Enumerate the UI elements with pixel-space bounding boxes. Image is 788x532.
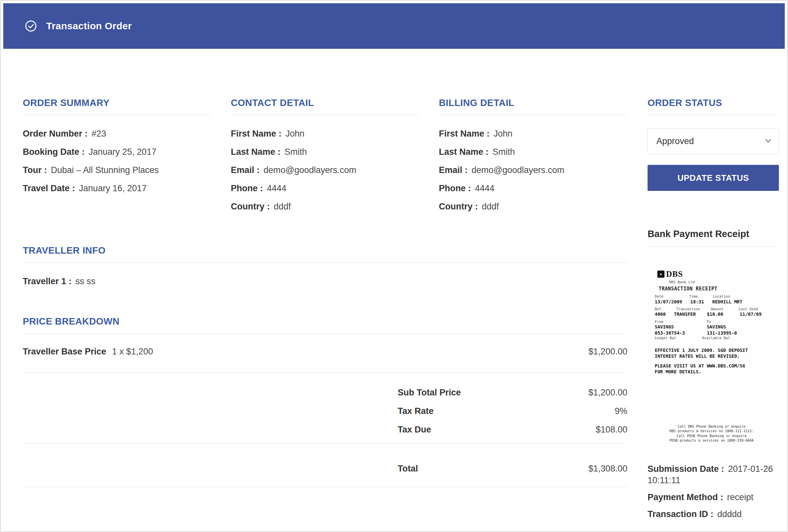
transaction-id-row: Transaction ID :ddddd bbox=[648, 509, 779, 520]
receipt-line: EFFECTIVE 1 JULY 2009. SGD DEPOSIT bbox=[655, 347, 768, 353]
traveller-row: Traveller 1 :ss ss bbox=[23, 276, 627, 287]
country-row: Country :dddf bbox=[439, 201, 627, 212]
contact-detail-section: CONTACT DETAIL First Name :John Last Nam… bbox=[231, 98, 419, 219]
field-label: Tour : bbox=[23, 165, 47, 175]
field-value: 4444 bbox=[267, 183, 287, 193]
country-row: Country :dddf bbox=[231, 201, 419, 212]
payment-method-row: Payment Method :receipt bbox=[648, 492, 779, 503]
total-amount: $1,308.00 bbox=[588, 464, 627, 474]
receipt-footer: Call DBS Phone Banking or enquire DBS pr… bbox=[655, 424, 768, 442]
field-label: Country : bbox=[439, 202, 478, 211]
field-label: Submission Date : bbox=[648, 464, 724, 474]
receipt-line: Ledger Bal Available Bal bbox=[655, 336, 768, 340]
dbs-logo: DBS bbox=[657, 270, 768, 279]
main-area: ORDER SUMMARY Order Number :#23 Booking … bbox=[23, 98, 627, 526]
receipt-line: INTEREST RATES WILL BE REVISED. bbox=[655, 353, 768, 359]
travel-date-row: Travel Date :January 16, 2017 bbox=[23, 183, 211, 194]
page-title: Transaction Order bbox=[46, 20, 132, 32]
field-label: Order Number : bbox=[23, 129, 88, 139]
subtotal-row: Sub Total Price $1,200.00 bbox=[398, 388, 627, 398]
subtotal-amount: $1,200.00 bbox=[588, 388, 627, 398]
last-name-row: Last Name :Smith bbox=[231, 146, 419, 157]
divider bbox=[23, 333, 627, 334]
subtotal-label: Tax Due bbox=[398, 425, 431, 435]
divider bbox=[23, 115, 211, 115]
field-value: demo@goodlayers.com bbox=[264, 165, 357, 175]
receipt-line: PLEASE VISIT US AT WWW.DBS.COM/SG bbox=[655, 363, 768, 369]
field-label: Last Name : bbox=[231, 147, 280, 157]
email-row: Email :demo@goodlayers.com bbox=[439, 164, 627, 176]
content-area: ORDER SUMMARY Order Number :#23 Booking … bbox=[3, 49, 785, 526]
subtotal-amount: $108.00 bbox=[595, 425, 627, 435]
divider bbox=[648, 247, 779, 247]
divider bbox=[439, 115, 627, 115]
line-item-label: Traveller Base Price bbox=[23, 347, 106, 357]
billing-detail-section: BILLING DETAIL First Name :John Last Nam… bbox=[439, 98, 627, 219]
receipt-notice: PLEASE VISIT US AT WWW.DBS.COM/SG FOR MO… bbox=[655, 363, 768, 375]
order-number-row: Order Number :#23 bbox=[23, 128, 211, 139]
field-value: Smith bbox=[492, 147, 515, 157]
receipt-line: Date Time Location bbox=[655, 294, 768, 299]
receipt-line: Call DBS Phone Banking or enquire bbox=[655, 424, 768, 429]
field-label: Phone : bbox=[439, 183, 471, 193]
field-value: Smith bbox=[284, 147, 307, 157]
line-item-amount: $1,200.00 bbox=[588, 347, 627, 357]
total-label: Total bbox=[398, 464, 418, 474]
receipt-row: Date Time Location 13/07/2009 18:31 REDH… bbox=[655, 294, 768, 305]
dbs-logo-text: DBS bbox=[666, 270, 683, 279]
phone-row: Phone :4444 bbox=[231, 183, 419, 194]
receipt-line: POSB products & services on 1800-339-666… bbox=[655, 438, 768, 442]
traveller-info-section: TRAVELLER INFO Traveller 1 :ss ss bbox=[23, 245, 627, 287]
field-label: First Name : bbox=[231, 129, 281, 139]
order-summary-heading: ORDER SUMMARY bbox=[23, 98, 211, 108]
receipt-line: SAVINGS SAVINGS bbox=[655, 324, 768, 330]
field-label: Travel Date : bbox=[23, 183, 75, 193]
dbs-logo-icon bbox=[657, 271, 665, 278]
detail-columns: ORDER SUMMARY Order Number :#23 Booking … bbox=[23, 98, 627, 219]
payment-meta: Submission Date :2017-01-26 10:11:11 Pay… bbox=[648, 464, 779, 520]
booking-date-row: Booking Date :January 25, 2017 bbox=[23, 146, 211, 157]
bank-payment-receipt-heading: Bank Payment Receipt bbox=[648, 229, 779, 239]
field-value: 4444 bbox=[475, 183, 494, 193]
divider bbox=[23, 443, 627, 444]
price-breakdown-section: PRICE BREAKDOWN Traveller Base Price 1 x… bbox=[23, 316, 627, 487]
field-label: First Name : bbox=[439, 129, 490, 139]
first-name-row: First Name :John bbox=[231, 128, 419, 139]
field-value: ddddd bbox=[717, 509, 742, 519]
order-status-sidebar: ORDER STATUS Approved UPDATE STATUS Bank… bbox=[648, 98, 779, 526]
field-value: receipt bbox=[727, 492, 753, 502]
order-summary-section: ORDER SUMMARY Order Number :#23 Booking … bbox=[23, 98, 211, 219]
receipt-line: DBS products & services on 1800-111-1111… bbox=[655, 429, 768, 433]
receipt-row: From To SAVINGS SAVINGS 053-38754-3 131-… bbox=[655, 320, 768, 340]
subtotal-label: Tax Rate bbox=[398, 406, 434, 416]
submission-date-row: Submission Date :2017-01-26 10:11:11 bbox=[648, 464, 779, 486]
traveller-info-heading: TRAVELLER INFO bbox=[23, 245, 627, 256]
status-select-wrap: Approved bbox=[648, 128, 779, 154]
tour-link[interactable]: Dubai – All Stunning Places bbox=[51, 165, 159, 175]
receipt-row: Ref. Transaction Amount Last Used 4060 T… bbox=[655, 307, 768, 317]
divider bbox=[648, 115, 779, 115]
subtotal-amount: 9% bbox=[615, 406, 627, 416]
receipt-line: DBS Bank Ltd bbox=[669, 280, 768, 284]
price-breakdown-heading: PRICE BREAKDOWN bbox=[23, 316, 627, 327]
check-circle-icon bbox=[25, 20, 37, 32]
line-item-detail: 1 x $1,200 bbox=[112, 347, 153, 357]
tax-rate-row: Tax Rate 9% bbox=[398, 406, 627, 416]
update-status-button[interactable]: UPDATE STATUS bbox=[648, 165, 779, 191]
receipt-line: 4060 TRANSFER $10.00 11/07/09 bbox=[655, 311, 768, 317]
order-status-select[interactable]: Approved bbox=[648, 128, 779, 154]
contact-detail-heading: CONTACT DETAIL bbox=[231, 98, 419, 108]
field-value: demo@goodlayers.com bbox=[472, 165, 565, 175]
receipt-line: Ref. Transaction Amount Last Used bbox=[655, 307, 768, 312]
tax-due-row: Tax Due $108.00 bbox=[398, 425, 627, 435]
base-price-row: Traveller Base Price 1 x $1,200 $1,200.0… bbox=[23, 347, 627, 357]
field-label: Phone : bbox=[231, 183, 263, 193]
field-value: dddf bbox=[482, 202, 499, 211]
total-row: Total $1,308.00 bbox=[398, 464, 627, 474]
field-label: Email : bbox=[439, 165, 468, 175]
receipt-line: 053-38754-3 131-13995-0 bbox=[655, 330, 768, 336]
field-label: Country : bbox=[231, 202, 270, 211]
receipt-title: TRANSACTION RECEIPT bbox=[658, 286, 768, 292]
phone-row: Phone :4444 bbox=[439, 183, 627, 194]
field-label: Transaction ID : bbox=[648, 509, 713, 519]
